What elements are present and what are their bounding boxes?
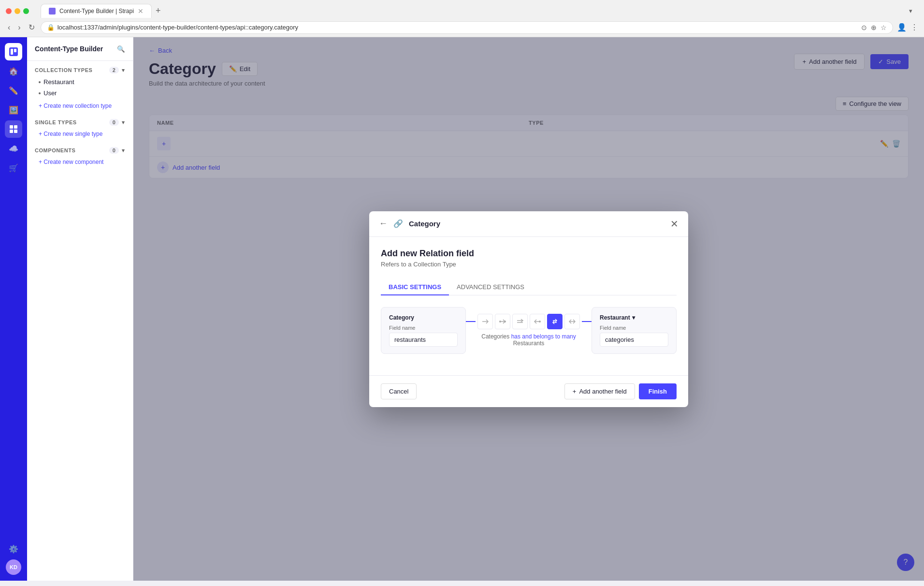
new-tab-button[interactable]: +: [152, 6, 165, 16]
browser-dropdown[interactable]: ▾: [909, 7, 918, 15]
rel-icon-has-one[interactable]: [495, 314, 510, 329]
tab-advanced-settings[interactable]: ADVANCED SETTINGS: [449, 279, 532, 295]
nav-panel-header: Content-Type Builder 🔍: [27, 37, 133, 61]
collection-types-section: COLLECTION TYPES 2 ▾ Restaurant User + C…: [27, 61, 133, 113]
forward-navigation-button[interactable]: ›: [16, 21, 22, 34]
traffic-light-minimize[interactable]: [14, 8, 20, 14]
relation-type-dropdown[interactable]: Restaurant ▾: [600, 314, 635, 321]
collection-types-badge: 2: [109, 67, 119, 73]
sidebar-settings-icon[interactable]: ⚙️: [5, 540, 22, 557]
tab-basic-settings[interactable]: BASIC SETTINGS: [381, 279, 449, 295]
modal-header-title: Category: [409, 220, 440, 228]
relation-builder: Category Field name: [381, 307, 677, 354]
profile-icon[interactable]: 👤: [897, 23, 907, 32]
relation-desc-link[interactable]: has and belongs to many: [511, 333, 576, 340]
add-another-field-modal-label: Add another field: [579, 388, 626, 395]
relation-left-type: Category: [389, 314, 458, 321]
sidebar-media-icon[interactable]: 🖼️: [5, 101, 22, 118]
nav-item-restaurant[interactable]: Restaurant: [35, 76, 125, 88]
relation-right-field-input[interactable]: [600, 333, 668, 347]
zoom-icon: ⊕: [871, 24, 877, 31]
finish-button[interactable]: Finish: [639, 383, 677, 399]
tab-close-button[interactable]: ✕: [138, 7, 144, 15]
single-types-header[interactable]: SINGLE TYPES 0 ▾: [35, 119, 125, 126]
modal-close-button[interactable]: ✕: [670, 218, 679, 230]
create-single-button[interactable]: + Create new single type: [35, 129, 125, 139]
rel-icon-many-to-many[interactable]: [547, 314, 563, 329]
components-label: COMPONENTS: [35, 147, 75, 153]
relation-modal: ← 🔗 Category ✕ Add new Relation field Re…: [369, 211, 688, 407]
components-section: COMPONENTS 0 ▾ + Create new component: [27, 141, 133, 169]
create-component-button[interactable]: + Create new component: [35, 157, 125, 167]
svg-rect-1: [11, 49, 13, 55]
components-badge: 0: [109, 147, 119, 154]
bookmark-icon: ☆: [881, 24, 887, 31]
traffic-light-close[interactable]: [6, 8, 12, 14]
rel-icon-belongs-to-many[interactable]: [564, 314, 580, 329]
single-types-chevron: ▾: [122, 119, 125, 126]
modal-overlay: ← 🔗 Category ✕ Add new Relation field Re…: [133, 37, 924, 581]
traffic-light-fullscreen[interactable]: [23, 8, 29, 14]
add-another-plus-icon: +: [573, 388, 577, 395]
svg-rect-0: [9, 47, 18, 56]
sidebar-cart-icon[interactable]: 🛒: [5, 159, 22, 176]
nav-panel: Content-Type Builder 🔍 COLLECTION TYPES …: [27, 37, 133, 581]
reload-button[interactable]: ↻: [27, 21, 37, 34]
line-left: [466, 321, 476, 322]
browser-action-icons: 👤 ⋮: [897, 23, 918, 32]
sidebar-content-type-icon[interactable]: [5, 120, 22, 138]
svg-rect-4: [14, 125, 17, 129]
sidebar-cloud-icon[interactable]: ☁️: [5, 140, 22, 157]
relation-desc-prefix: Categories: [481, 333, 511, 340]
create-collection-button[interactable]: + Create new collection type: [35, 101, 125, 111]
relation-right-card: Restaurant ▾ Field name: [592, 307, 677, 354]
sidebar-logo[interactable]: [5, 43, 22, 60]
sidebar-edit-icon[interactable]: ✏️: [5, 82, 22, 99]
sidebar-home-icon[interactable]: 🏠: [5, 62, 22, 80]
rel-icon-has-many[interactable]: [512, 314, 528, 329]
address-bar-icons: ⊙ ⊕ ☆: [861, 24, 887, 31]
rel-icon-one-to-one[interactable]: [477, 314, 493, 329]
single-types-section: SINGLE TYPES 0 ▾ + Create new single typ…: [27, 113, 133, 141]
lock-icon: 🔒: [47, 24, 55, 31]
svg-rect-2: [14, 49, 16, 52]
modal-section-title: Add new Relation field: [381, 249, 677, 259]
components-chevron: ▾: [122, 147, 125, 154]
single-types-label: SINGLE TYPES: [35, 119, 77, 125]
collection-types-header[interactable]: COLLECTION TYPES 2 ▾: [35, 67, 125, 73]
relation-right-dropdown-arrow: ▾: [632, 314, 635, 321]
modal-footer: Cancel + Add another field Finish: [369, 375, 688, 407]
relation-right-field-label: Field name: [600, 325, 668, 331]
svg-rect-5: [10, 130, 13, 133]
address-bar[interactable]: 🔒 localhost:1337/admin/plugins/content-t…: [41, 21, 893, 34]
nav-item-user[interactable]: User: [35, 88, 125, 99]
components-header[interactable]: COMPONENTS 0 ▾: [35, 147, 125, 154]
back-navigation-button[interactable]: ‹: [6, 21, 12, 34]
reader-mode-icon: ⊙: [861, 24, 867, 31]
main-content: ← Back Category ✏️ Edit + Add another fi…: [133, 37, 924, 581]
nav-dot-restaurant: [39, 81, 41, 83]
single-types-badge: 0: [109, 119, 119, 126]
cancel-button[interactable]: Cancel: [381, 383, 417, 399]
modal-link-icon: 🔗: [393, 219, 403, 228]
relation-left-field-label: Field name: [389, 325, 458, 331]
svg-point-15: [552, 319, 558, 324]
collection-types-label: COLLECTION TYPES: [35, 67, 92, 73]
relation-icons-row: [466, 314, 592, 329]
relation-left-field-input[interactable]: [389, 333, 458, 347]
tab-title: Content-Type Builder | Strapi: [59, 8, 134, 15]
nav-label-user: User: [43, 89, 57, 97]
rel-icon-belongs-to[interactable]: [530, 314, 545, 329]
browser-tab[interactable]: Content-Type Builder | Strapi ✕: [41, 4, 152, 18]
nav-label-restaurant: Restaurant: [43, 78, 74, 86]
create-component-label: + Create new component: [39, 159, 103, 165]
menu-icon[interactable]: ⋮: [910, 23, 918, 32]
svg-point-8: [499, 321, 501, 322]
modal-section-subtitle: Refers to a Collection Type: [381, 261, 677, 268]
svg-point-14: [539, 321, 541, 322]
add-another-field-button[interactable]: + Add another field: [564, 383, 635, 399]
nav-search-button[interactable]: 🔍: [117, 45, 125, 53]
modal-back-button[interactable]: ←: [379, 219, 388, 229]
relation-middle: Categories has and belongs to many Resta…: [466, 314, 592, 347]
user-avatar[interactable]: KD: [6, 559, 21, 575]
